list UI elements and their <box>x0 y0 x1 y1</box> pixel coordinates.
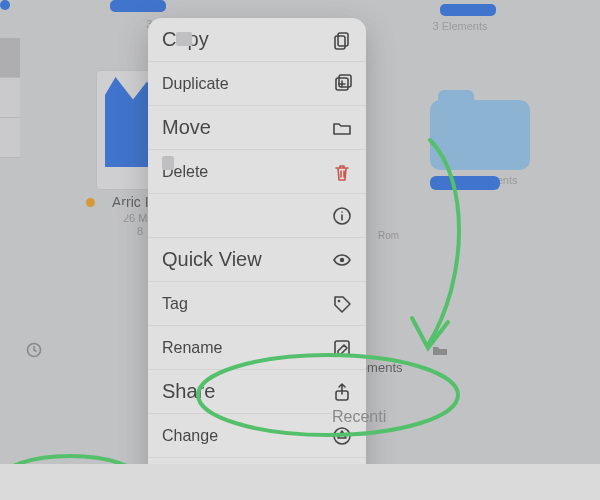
menu-item-move[interactable]: Move <box>148 106 366 150</box>
copy-icon <box>332 30 352 50</box>
small-label: Rom <box>378 230 399 241</box>
redaction <box>117 205 127 217</box>
info-icon <box>332 206 352 226</box>
menu-item-delete[interactable]: Delete <box>148 150 366 194</box>
sidebar-fragment <box>0 38 20 158</box>
svg-rect-0 <box>338 33 348 46</box>
folder-icon <box>332 118 352 138</box>
menu-item-info[interactable] <box>148 194 366 238</box>
screen: { "grid": { "item_top_left_meta": "3 el"… <box>0 0 600 500</box>
trash-icon <box>332 162 352 182</box>
redaction <box>176 32 192 46</box>
menu-item-label: Quick View <box>162 248 262 271</box>
menu-item-label: Move <box>162 116 211 139</box>
duplicate-icon <box>332 74 352 94</box>
svg-point-5 <box>340 257 344 261</box>
item-meta: 3 Elements <box>400 20 520 33</box>
menu-item-label: Duplicate <box>162 75 229 93</box>
eye-icon <box>332 250 352 270</box>
menu-item-label: Tag <box>162 295 188 313</box>
tag-icon <box>332 294 352 314</box>
grid-item-folder[interactable]: 6 Elements <box>430 100 550 187</box>
svg-rect-3 <box>339 75 351 87</box>
grid-item[interactable]: 3 Elements <box>400 4 520 33</box>
tag-dot-orange <box>86 198 95 207</box>
folder-icon <box>430 100 530 170</box>
menu-item-quickview[interactable]: Quick View <box>148 238 366 282</box>
redaction <box>162 156 174 170</box>
menu-item-tag[interactable]: Tag <box>148 282 366 326</box>
svg-point-6 <box>338 299 341 302</box>
folder-icon <box>432 342 600 492</box>
svg-rect-1 <box>335 36 345 49</box>
tag-dot-blue <box>0 0 20 10</box>
tab-recents[interactable]: Recenti <box>26 342 386 492</box>
clock-icon <box>26 342 326 492</box>
menu-item-duplicate[interactable]: Duplicate <box>148 62 366 106</box>
tab-browse[interactable]: Browse <box>432 342 600 492</box>
redaction-scribble <box>430 176 500 190</box>
tab-label: Recenti <box>332 408 386 426</box>
